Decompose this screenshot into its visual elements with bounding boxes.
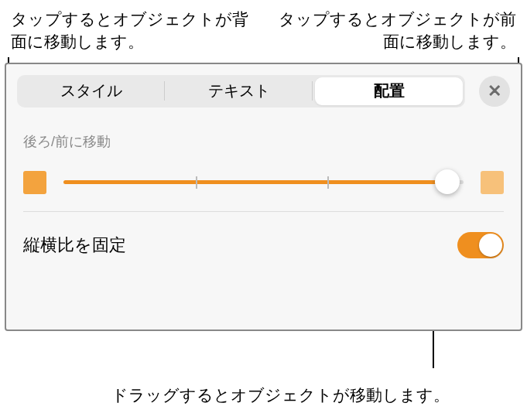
move-back-front-label: 後ろ/前に移動 [6, 108, 521, 157]
slider-tick [196, 176, 197, 189]
tab-arrange[interactable]: 配置 [315, 77, 463, 105]
close-button[interactable]: ✕ [479, 76, 510, 107]
tab-style[interactable]: スタイル [17, 75, 165, 108]
slider-thumb[interactable] [435, 169, 460, 194]
aspect-ratio-label: 縦横比を固定 [23, 234, 126, 257]
callout-move-back: タップするとオブジェクトが背面に移動します。 [11, 8, 264, 53]
slider-track-fill [63, 180, 447, 184]
aspect-ratio-toggle[interactable] [457, 232, 504, 258]
close-icon: ✕ [488, 81, 501, 101]
move-to-back-button[interactable] [23, 171, 46, 194]
tab-text[interactable]: テキスト [165, 75, 313, 108]
slider-tick [327, 176, 329, 189]
move-to-front-button[interactable] [481, 171, 504, 194]
format-panel: スタイル テキスト 配置 ✕ 後ろ/前に移動 縦横比を固定 [5, 63, 522, 331]
layer-slider[interactable] [63, 180, 464, 184]
segmented-control: スタイル テキスト 配置 [17, 75, 465, 108]
aspect-ratio-row: 縦横比を固定 [6, 212, 521, 274]
layer-slider-row [6, 157, 521, 211]
tab-bar: スタイル テキスト 配置 ✕ [6, 64, 521, 108]
callout-drag-slider: ドラッグするとオブジェクトが移動します。 [111, 384, 450, 406]
toggle-knob [479, 234, 502, 257]
callout-move-front: タップするとオブジェクトが前面に移動します。 [264, 8, 517, 53]
